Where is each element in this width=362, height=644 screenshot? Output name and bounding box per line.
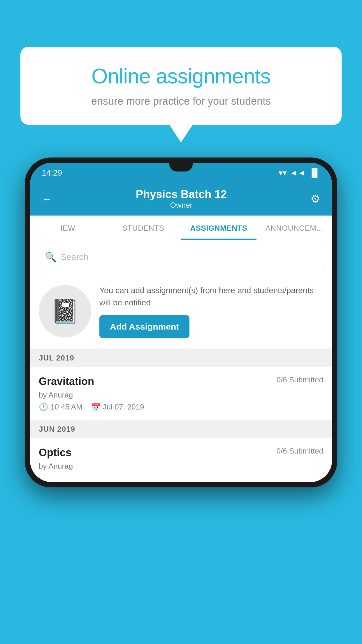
section-header-jun: JUN 2019 — [30, 420, 332, 438]
speech-bubble-container: Online assignments ensure more practice … — [20, 47, 342, 142]
tab-assignments[interactable]: ASSIGNMENTS — [181, 216, 256, 240]
battery-icon: ▐▌ — [309, 168, 320, 178]
notebook-icon: 📓 — [50, 298, 80, 325]
section-header-jul: JUL 2019 — [30, 349, 332, 367]
tab-iew[interactable]: IEW — [30, 216, 106, 240]
assignment-item-optics[interactable]: Optics 0/6 Submitted by Anurag — [30, 438, 332, 482]
promo-icon-circle: 📓 — [39, 285, 91, 337]
assignment-by-optics: by Anurag — [39, 462, 323, 471]
assignment-top-optics: Optics 0/6 Submitted — [39, 447, 323, 459]
search-container: 🔍 Search — [30, 240, 332, 274]
search-bar[interactable]: 🔍 Search — [37, 246, 325, 268]
promo-content: You can add assignment(s) from here and … — [99, 284, 323, 338]
wifi-icon: ▾▾ — [279, 168, 287, 178]
assignment-submitted-optics: 0/6 Submitted — [277, 447, 323, 456]
speech-bubble-title: Online assignments — [41, 64, 321, 88]
date-detail-gravitation: 📅 Jul 07, 2019 — [91, 402, 144, 412]
app-header: ← Physics Batch 12 Owner ⚙ — [30, 182, 332, 216]
tab-bar: IEW STUDENTS ASSIGNMENTS ANNOUNCEM... — [30, 216, 332, 240]
time-detail-gravitation: 🕐 10:45 AM — [39, 402, 82, 412]
assignment-date-gravitation: Jul 07, 2019 — [103, 402, 144, 412]
status-icons: ▾▾ ◄◄ ▐▌ — [279, 168, 320, 178]
speech-bubble-arrow — [169, 125, 193, 142]
calendar-icon: 📅 — [91, 402, 101, 412]
phone-frame: 14:29 ▾▾ ◄◄ ▐▌ ← Physics Batch 12 Owner … — [25, 158, 337, 487]
search-icon: 🔍 — [45, 251, 57, 262]
assignment-submitted-gravitation: 0/6 Submitted — [277, 375, 323, 384]
promo-section: 📓 You can add assignment(s) from here an… — [30, 274, 332, 349]
back-button[interactable]: ← — [42, 193, 52, 205]
search-placeholder: Search — [61, 252, 88, 262]
batch-title: Physics Batch 12 — [136, 188, 227, 201]
assignment-name-optics: Optics — [39, 447, 71, 459]
tab-students[interactable]: STUDENTS — [106, 216, 181, 240]
promo-text: You can add assignment(s) from here and … — [99, 284, 323, 309]
tab-announcements[interactable]: ANNOUNCEM... — [256, 216, 332, 240]
phone-container: 14:29 ▾▾ ◄◄ ▐▌ ← Physics Batch 12 Owner … — [25, 158, 337, 487]
phone-screen: 14:29 ▾▾ ◄◄ ▐▌ ← Physics Batch 12 Owner … — [30, 163, 332, 482]
status-time: 14:29 — [42, 168, 62, 178]
speech-bubble: Online assignments ensure more practice … — [20, 47, 342, 125]
signal-icon: ◄◄ — [290, 168, 306, 178]
assignment-details-gravitation: 🕐 10:45 AM 📅 Jul 07, 2019 — [39, 402, 323, 412]
speech-bubble-subtitle: ensure more practice for your students — [41, 95, 321, 107]
assignment-name-gravitation: Gravitation — [39, 375, 94, 388]
add-assignment-button[interactable]: Add Assignment — [99, 315, 189, 338]
assignment-time-gravitation: 10:45 AM — [50, 402, 82, 412]
header-title-block: Physics Batch 12 Owner — [136, 188, 227, 210]
assignment-item-gravitation[interactable]: Gravitation 0/6 Submitted by Anurag 🕐 10… — [30, 367, 332, 420]
owner-label: Owner — [136, 201, 227, 210]
assignment-by-gravitation: by Anurag — [39, 391, 323, 400]
clock-icon: 🕐 — [39, 402, 48, 412]
phone-notch — [169, 163, 193, 172]
assignment-top-gravitation: Gravitation 0/6 Submitted — [39, 375, 323, 388]
settings-icon[interactable]: ⚙ — [310, 192, 320, 205]
